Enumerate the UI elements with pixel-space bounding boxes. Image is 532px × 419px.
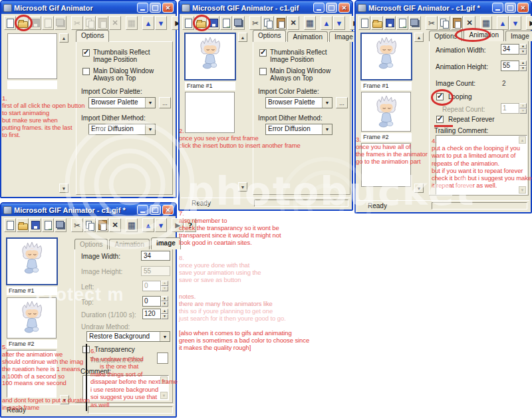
top-stepper[interactable]: 0 ▲▼ [142, 296, 168, 307]
animation-width-stepper[interactable]: 34 ▲▼ [501, 44, 527, 55]
chevron-down-icon[interactable] [145, 98, 155, 108]
paste-button[interactable] [96, 218, 108, 232]
cut-button[interactable] [249, 16, 261, 30]
save-button[interactable] [384, 16, 396, 30]
minimize-button[interactable] [137, 205, 148, 215]
minimize-button[interactable] [137, 3, 148, 13]
select-all-button[interactable] [126, 218, 138, 232]
paste-button[interactable] [275, 16, 287, 30]
scroll-down-button[interactable]: ▼ [238, 182, 247, 192]
copy-button[interactable] [84, 218, 96, 232]
annotation-line: make things sort of [90, 370, 178, 378]
frame-thumbnail-1[interactable] [360, 33, 412, 80]
insert-file-button[interactable] [409, 16, 421, 30]
open-file-button[interactable] [371, 16, 383, 30]
image-width-field[interactable]: 34 [141, 251, 170, 261]
tab-options[interactable]: Options [253, 30, 286, 42]
move-down-button[interactable] [509, 16, 521, 30]
frame-thumbnail-1[interactable] [6, 237, 58, 285]
move-down-button[interactable] [155, 16, 167, 30]
select-all-button[interactable] [304, 16, 316, 30]
cut-button[interactable] [426, 16, 438, 30]
close-button[interactable] [338, 3, 350, 13]
delete-button[interactable] [287, 16, 299, 30]
thumbnails-checkbox[interactable] [82, 49, 90, 57]
browse-palette-button[interactable]: ... [336, 97, 348, 108]
paste-button[interactable] [451, 16, 463, 30]
duration-stepper[interactable]: 120 ▲▼ [142, 309, 168, 319]
browse-palette-button[interactable]: ... [159, 97, 171, 108]
close-button[interactable] [517, 3, 529, 13]
open-file-button[interactable] [195, 16, 207, 30]
cut-button[interactable] [71, 218, 83, 232]
open-file-button[interactable] [17, 16, 29, 30]
insert-file-button[interactable] [55, 218, 66, 232]
thumbnails-checkbox[interactable] [259, 49, 267, 57]
palette-select[interactable]: Browser Palette [88, 97, 156, 108]
frame-thumbnail-1[interactable] [184, 33, 236, 80]
new-document-button[interactable] [4, 218, 16, 232]
open-file-button[interactable] [17, 218, 29, 232]
scroll-down-button[interactable]: ▼ [59, 184, 68, 193]
tab-animation[interactable]: Animation [287, 31, 327, 42]
animation-height-stepper[interactable]: 55 ▲▼ [501, 61, 527, 71]
new-document-button[interactable] [358, 16, 370, 30]
title-bar[interactable]: Microsoft GIF Animator - c1.gif * [356, 1, 531, 14]
new-document-button[interactable] [182, 16, 194, 30]
dither-select[interactable]: Error Diffusion [88, 124, 156, 135]
copy-button[interactable] [438, 16, 450, 30]
delete-button[interactable] [109, 218, 121, 232]
tab-animation[interactable]: Animation [109, 239, 149, 249]
tab-image[interactable]: Image [505, 31, 532, 41]
palette-select[interactable]: Browser Palette [265, 97, 332, 108]
new-document-button[interactable] [4, 16, 16, 30]
preview-button[interactable] [526, 16, 532, 30]
copy-button[interactable] [262, 16, 274, 30]
frame-thumbnail-2[interactable] [361, 92, 411, 132]
frame-thumbnail-empty[interactable] [7, 33, 57, 79]
open-file-icon [17, 220, 28, 231]
repeat-forever-checkbox[interactable] [436, 116, 444, 123]
main-dialog-checkbox[interactable] [259, 68, 267, 75]
scroll-down-button[interactable]: ▼ [414, 184, 424, 193]
tab-options[interactable]: Options [74, 239, 108, 249]
move-up-button[interactable] [142, 218, 154, 232]
chevron-down-icon[interactable] [322, 98, 332, 108]
insert-frame-button[interactable] [42, 218, 54, 232]
title-bar[interactable]: Microsoft GIF Animator - c1.gif * [1, 204, 176, 216]
select-all-button[interactable] [480, 16, 492, 30]
insert-file-button[interactable] [233, 16, 245, 30]
maximize-button[interactable] [505, 3, 516, 13]
move-down-button[interactable] [333, 16, 345, 30]
move-up-button[interactable] [497, 16, 509, 30]
save-button[interactable] [29, 218, 41, 232]
maximize-button[interactable] [150, 205, 161, 215]
main-dialog-checkbox[interactable] [82, 68, 90, 75]
chevron-down-icon[interactable] [145, 124, 155, 134]
save-button[interactable] [207, 16, 219, 30]
tab-image[interactable]: image [151, 237, 181, 249]
scroll-up-button[interactable]: ▲ [59, 33, 68, 43]
title-bar[interactable]: Microsoft Gif Animator [1, 1, 176, 14]
frame-thumbnail-empty[interactable] [185, 92, 235, 133]
move-up-button[interactable] [142, 16, 154, 30]
insert-frame-button[interactable] [220, 16, 232, 30]
frame-thumbnail-2[interactable] [7, 297, 57, 339]
chevron-down-icon[interactable] [160, 332, 170, 341]
maximize-button[interactable] [150, 3, 161, 13]
chevron-down-icon[interactable] [322, 124, 332, 134]
tab-options[interactable]: Options [76, 30, 109, 42]
window-title: Microsoft GIF Animator - c1.gif * [14, 206, 134, 214]
maximize-button[interactable] [326, 3, 337, 13]
close-button[interactable] [162, 205, 174, 215]
insert-frame-button[interactable] [396, 16, 408, 30]
move-down-button[interactable] [155, 218, 167, 232]
title-bar[interactable]: Microsoft GIF Animator - c1.gif [180, 1, 352, 14]
move-up-button[interactable] [321, 16, 332, 30]
minimize-button[interactable] [492, 3, 503, 13]
close-button[interactable] [162, 3, 174, 13]
scroll-up-button[interactable]: ▲ [414, 33, 424, 42]
minimize-button[interactable] [313, 3, 325, 13]
scroll-up-button[interactable]: ▲ [238, 33, 247, 42]
undraw-method-select[interactable]: Restore Background [86, 331, 170, 342]
